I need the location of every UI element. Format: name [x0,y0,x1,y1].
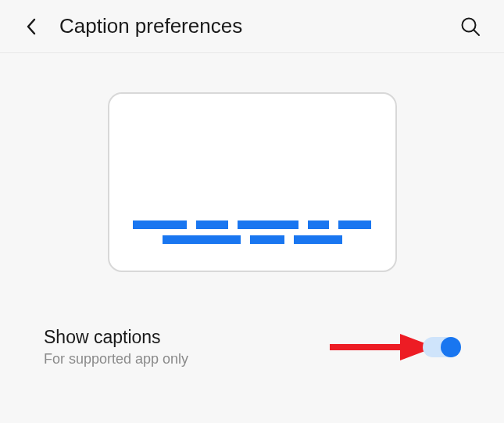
search-icon [460,16,481,37]
caption-bar [133,220,188,229]
caption-bar [338,220,372,229]
caption-bar [294,235,342,244]
header: Caption preferences [0,0,504,53]
caption-bar [163,235,241,244]
setting-row-show-captions: Show captions For supported app only [16,327,488,367]
content-area: Show captions For supported app only [0,53,504,367]
setting-title: Show captions [44,327,423,348]
caption-bar [196,220,228,229]
back-button[interactable] [22,17,41,36]
caption-line [133,220,372,229]
svg-line-1 [474,30,480,35]
caption-preview-card [108,92,397,272]
toggle-knob [441,337,461,357]
show-captions-toggle[interactable] [423,337,460,357]
caption-line [133,235,372,244]
page-title: Caption preferences [59,14,459,38]
caption-preview-bars [133,220,372,250]
caption-bar [238,220,298,229]
caption-bar [250,235,284,244]
chevron-left-icon [26,18,37,35]
search-button[interactable] [459,15,482,38]
caption-bar [308,220,329,229]
setting-text: Show captions For supported app only [44,327,423,367]
setting-subtitle: For supported app only [44,351,423,367]
